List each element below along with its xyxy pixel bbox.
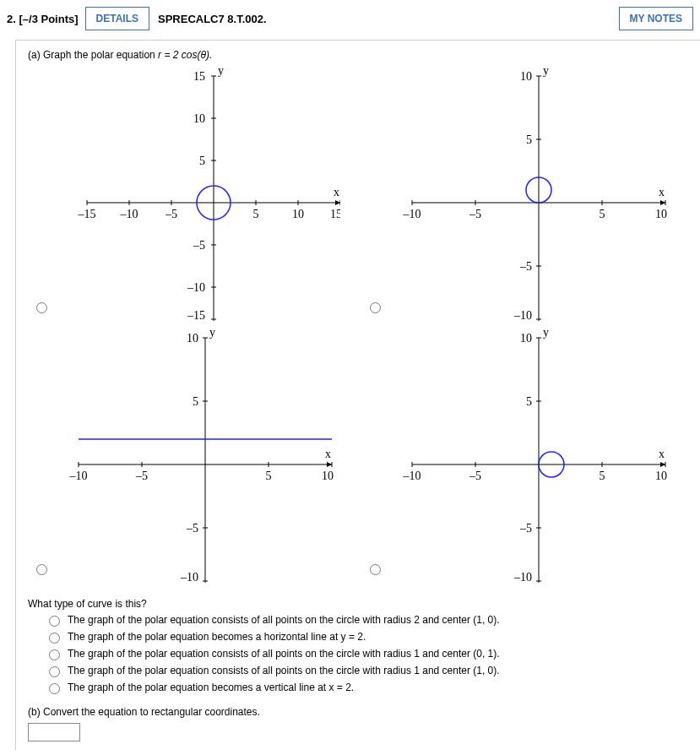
- svg-text:–10: –10: [187, 281, 205, 294]
- curve-type-question: What type of curve is this?: [28, 598, 692, 610]
- graph-options: –15 –10 –5 5 10 15 15 10 5 –5 –10 –15 y: [28, 68, 686, 583]
- graph-option-4: –10 –5 5 10 10 5 –5 –10 y x: [361, 329, 686, 583]
- svg-text:–10: –10: [69, 470, 88, 482]
- graph-svg-2: –10 –5 5 10 10 5 –5 –10 y x: [387, 68, 674, 321]
- question-number: 2. [–/3 Points]: [7, 13, 79, 25]
- graph-radio-4[interactable]: [370, 564, 381, 575]
- question-header: 2. [–/3 Points] DETAILS SPRECALC7 8.T.00…: [0, 0, 700, 38]
- graph-radio-3[interactable]: [36, 564, 47, 575]
- mc-radio-1[interactable]: [49, 616, 60, 627]
- svg-text:–15: –15: [187, 309, 205, 321]
- svg-marker-31: [660, 200, 665, 205]
- svg-text:10: 10: [520, 332, 532, 345]
- svg-text:–10: –10: [180, 571, 198, 583]
- svg-text:–5: –5: [469, 470, 481, 482]
- mc-option-1[interactable]: The graph of the polar equation consists…: [45, 613, 692, 627]
- svg-text:–10: –10: [120, 208, 138, 220]
- svg-text:–5: –5: [519, 522, 532, 535]
- mc-radio-2[interactable]: [49, 633, 60, 644]
- svg-text:–5: –5: [519, 260, 532, 273]
- mc-options: The graph of the polar equation consists…: [45, 613, 692, 694]
- my-notes-button[interactable]: MY NOTES: [619, 7, 693, 30]
- svg-text:5: 5: [600, 208, 605, 220]
- svg-text:5: 5: [526, 133, 532, 146]
- svg-text:y: y: [209, 329, 215, 339]
- mc-radio-5[interactable]: [49, 683, 60, 694]
- svg-text:x: x: [325, 448, 331, 460]
- svg-text:–5: –5: [186, 522, 198, 535]
- answer-input[interactable]: [28, 723, 80, 741]
- svg-text:15: 15: [330, 208, 340, 220]
- graph-svg-4: –10 –5 5 10 10 5 –5 –10 y x: [387, 329, 674, 583]
- mc-radio-4[interactable]: [49, 666, 60, 677]
- graph-option-3: –10 –5 5 10 10 5 –5 –10 y x: [28, 329, 353, 583]
- svg-text:5: 5: [600, 470, 605, 482]
- mc-radio-3[interactable]: [49, 649, 60, 660]
- svg-text:x: x: [659, 448, 665, 460]
- svg-text:10: 10: [187, 332, 198, 345]
- svg-marker-1: [335, 200, 340, 205]
- question-content: (a) Graph the polar equation r = 2 cos(θ…: [15, 40, 700, 750]
- graph-svg-1: –15 –10 –5 5 10 15 15 10 5 –5 –10 –15 y: [53, 68, 340, 321]
- svg-text:x: x: [659, 186, 665, 198]
- svg-text:10: 10: [322, 470, 334, 482]
- svg-text:10: 10: [193, 112, 205, 125]
- mc-option-3[interactable]: The graph of the polar equation consists…: [45, 647, 692, 660]
- svg-text:–10: –10: [403, 208, 421, 220]
- svg-text:y: y: [543, 68, 549, 77]
- mc-option-4[interactable]: The graph of the polar equation consists…: [45, 664, 692, 677]
- svg-text:10: 10: [655, 470, 667, 482]
- svg-text:10: 10: [655, 208, 667, 220]
- svg-text:10: 10: [520, 70, 532, 83]
- mc-option-2[interactable]: The graph of the polar equation becomes …: [45, 630, 692, 644]
- graph-radio-1[interactable]: [36, 302, 47, 313]
- svg-text:10: 10: [292, 208, 304, 220]
- source-code: SPRECALC7 8.T.002.: [158, 13, 267, 25]
- graph-option-1: –15 –10 –5 5 10 15 15 10 5 –5 –10 –15 y: [28, 68, 353, 321]
- part-a-prompt: (a) Graph the polar equation r = 2 cos(θ…: [28, 49, 692, 61]
- svg-marker-53: [327, 462, 332, 467]
- svg-text:5: 5: [253, 208, 259, 220]
- svg-text:–5: –5: [193, 239, 205, 252]
- svg-text:–5: –5: [165, 208, 177, 220]
- details-button[interactable]: DETAILS: [85, 7, 149, 30]
- svg-text:–10: –10: [513, 309, 532, 321]
- svg-marker-75: [660, 462, 665, 467]
- svg-text:–15: –15: [78, 208, 96, 220]
- svg-text:–5: –5: [469, 208, 481, 220]
- svg-text:5: 5: [199, 155, 205, 167]
- mc-option-5[interactable]: The graph of the polar equation becomes …: [45, 681, 692, 694]
- graph-svg-3: –10 –5 5 10 10 5 –5 –10 y x: [53, 329, 340, 583]
- svg-text:5: 5: [266, 470, 272, 482]
- svg-text:5: 5: [193, 395, 198, 408]
- svg-text:x: x: [334, 186, 339, 198]
- svg-text:5: 5: [526, 395, 532, 408]
- svg-text:–10: –10: [513, 571, 532, 583]
- part-b-prompt: (b) Convert the equation to rectangular …: [28, 706, 692, 718]
- svg-text:–5: –5: [135, 470, 148, 482]
- svg-text:y: y: [543, 329, 549, 339]
- svg-text:y: y: [218, 68, 224, 77]
- graph-option-2: –10 –5 5 10 10 5 –5 –10 y x: [361, 68, 686, 321]
- svg-text:–10: –10: [403, 470, 421, 482]
- graph-radio-2[interactable]: [370, 302, 381, 313]
- svg-text:15: 15: [193, 70, 205, 83]
